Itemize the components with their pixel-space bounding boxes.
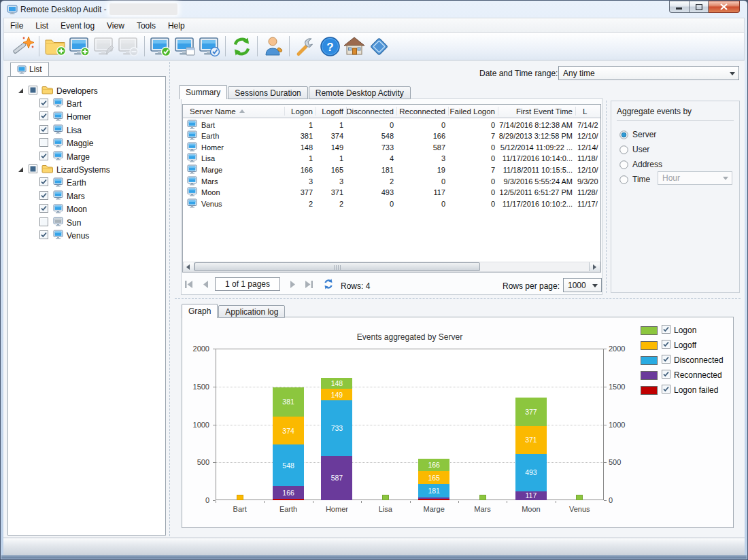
legend-checkbox-logoff[interactable] <box>662 340 670 351</box>
splitter-left[interactable] <box>169 62 170 536</box>
tree-checkbox-maggie[interactable] <box>39 138 48 149</box>
y-axis-label-left: 0 <box>205 496 209 504</box>
column-header-disconnected[interactable]: Disconnected <box>347 105 397 118</box>
tree-item-earth[interactable]: Earth <box>39 177 86 190</box>
tree-checkbox-lisa[interactable] <box>39 125 48 136</box>
cell-name[interactable]: Bart <box>183 119 285 130</box>
tree-item-marge[interactable]: Marge <box>39 150 90 163</box>
tree-item-sun[interactable]: Sun <box>39 216 81 229</box>
settings-button[interactable] <box>293 34 318 58</box>
tree-item-label: Marge <box>67 152 90 162</box>
date-range-combo[interactable]: Any time <box>558 66 739 80</box>
radio-address[interactable]: Address <box>619 160 662 169</box>
tree-item-lisa[interactable]: Lisa <box>39 124 82 137</box>
menu-file[interactable]: File <box>4 18 29 31</box>
cell-name[interactable]: Homer <box>183 141 285 153</box>
tree-checkbox-marge[interactable] <box>39 152 48 162</box>
cell-name[interactable]: Venus <box>183 198 285 209</box>
column-header-reconnected[interactable]: Reconnected <box>397 105 449 118</box>
connect-computer-button[interactable] <box>173 34 197 58</box>
tree-checkbox-bart[interactable] <box>39 99 48 109</box>
tab-remote-desktop-activity[interactable]: Remote Desktop Activity <box>309 86 411 99</box>
separator-horizontal[interactable] <box>175 298 741 299</box>
tree-item-bart[interactable]: Bart <box>39 97 82 110</box>
bar-tiny <box>382 495 389 500</box>
cell-failed: 0 <box>449 187 498 198</box>
cell-name[interactable]: Marge <box>183 164 285 175</box>
rows-per-page-combo[interactable]: 1000 <box>563 278 602 292</box>
scroll-left-button[interactable] <box>184 262 194 271</box>
next-page-button[interactable] <box>289 280 296 291</box>
cell-name[interactable]: Lisa <box>183 153 285 164</box>
legend-checkbox-disconnected[interactable] <box>662 355 670 366</box>
remove-computer-button[interactable] <box>116 34 141 58</box>
add-computer-button[interactable] <box>67 34 92 58</box>
column-header-logon[interactable]: Logon <box>285 105 316 118</box>
tab-summary[interactable]: Summary <box>179 85 227 99</box>
menu-view[interactable]: View <box>101 18 131 31</box>
edit-computer-button[interactable] <box>92 34 116 58</box>
user-sessions-button[interactable] <box>261 34 286 58</box>
tree-item-mars[interactable]: Mars <box>39 190 85 203</box>
menu-event-log[interactable]: Event log <box>54 18 101 31</box>
about-button[interactable] <box>367 34 391 58</box>
column-header-l[interactable]: L <box>576 105 601 118</box>
prev-page-button[interactable] <box>203 280 209 291</box>
grid-hscrollbar[interactable] <box>183 262 600 272</box>
column-header-first-event-time[interactable]: First Event Time <box>498 105 576 118</box>
tree-checkbox-lizardsystems[interactable] <box>29 164 37 175</box>
tab-sessions-duration[interactable]: Sessions Duration <box>228 86 307 99</box>
tree-item-moon[interactable]: Moon <box>39 203 87 216</box>
column-header-logoff[interactable]: Logoff <box>316 105 347 118</box>
column-header-server-name[interactable]: Server Name <box>183 105 285 118</box>
tree-checkbox-sun[interactable] <box>39 217 48 228</box>
tree-item-homer[interactable]: Homer <box>39 111 91 124</box>
tree-group-lizardsystems[interactable]: LizardSystems <box>18 163 110 176</box>
menu-list[interactable]: List <box>29 18 54 31</box>
radio-time[interactable]: Time <box>619 175 650 184</box>
menu-tools[interactable]: Tools <box>131 18 162 31</box>
tree-checkbox-earth[interactable] <box>39 177 48 188</box>
computer-icon <box>187 120 197 130</box>
wizard-button[interactable] <box>11 34 35 58</box>
home-button[interactable] <box>342 34 367 58</box>
tab-graph[interactable]: Graph <box>182 304 218 318</box>
cell-name[interactable]: Earth <box>183 130 285 142</box>
cell-last: 12/10/ <box>576 164 601 175</box>
tab-list[interactable]: List <box>10 62 49 76</box>
scroll-thumb[interactable] <box>194 262 480 271</box>
computer-icon <box>187 198 197 209</box>
audit-computer-button[interactable] <box>197 34 222 58</box>
refresh-button[interactable] <box>229 34 254 58</box>
tree-item-maggie[interactable]: Maggie <box>39 137 93 150</box>
tree-group-developers[interactable]: Developers <box>18 84 98 97</box>
close-button[interactable] <box>709 1 740 13</box>
tab-application-log[interactable]: Application log <box>218 305 285 318</box>
radio-server[interactable]: Server <box>619 130 656 139</box>
minimize-button[interactable] <box>669 1 690 13</box>
tree-item-venus[interactable]: Venus <box>39 229 89 242</box>
maximize-button[interactable] <box>690 1 709 13</box>
tab-list-label: List <box>29 63 42 77</box>
legend-checkbox-logon-failed[interactable] <box>662 385 670 396</box>
first-page-button[interactable] <box>184 280 194 291</box>
radio-user[interactable]: User <box>619 145 649 154</box>
help-button[interactable]: ? <box>318 34 342 58</box>
refresh-rows-icon[interactable] <box>323 279 334 292</box>
tree-checkbox-developers[interactable] <box>29 86 37 97</box>
menu-help[interactable]: Help <box>162 18 191 31</box>
scroll-right-button[interactable] <box>589 262 600 271</box>
last-page-button[interactable] <box>304 280 313 291</box>
check-availability-button[interactable] <box>148 34 173 58</box>
add-group-button[interactable] <box>43 34 67 58</box>
tree-checkbox-moon[interactable] <box>39 204 48 215</box>
cell-name[interactable]: Mars <box>183 175 285 187</box>
tree-checkbox-mars[interactable] <box>39 191 48 202</box>
tree-checkbox-homer[interactable] <box>39 111 48 122</box>
column-header-failed-logon[interactable]: Failed Logon <box>449 105 498 118</box>
legend-checkbox-logon[interactable] <box>662 325 670 336</box>
page-indicator[interactable]: 1 of 1 pages <box>215 277 280 291</box>
legend-checkbox-reconnected[interactable] <box>662 370 670 381</box>
tree-checkbox-venus[interactable] <box>39 230 48 241</box>
cell-name[interactable]: Moon <box>183 187 285 198</box>
